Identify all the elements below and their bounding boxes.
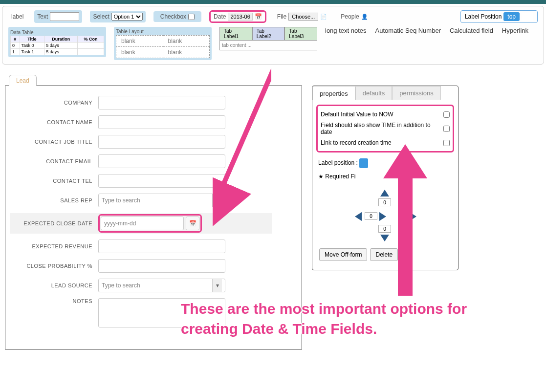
- label-position-text: Label Position: [465, 13, 502, 20]
- dropdown-icon[interactable]: ▾: [212, 279, 222, 292]
- required-field-row[interactable]: ★ Required Fi: [316, 173, 454, 180]
- tool-date[interactable]: Date 2013-06 📅: [209, 10, 266, 23]
- tool-label[interactable]: label: [8, 11, 26, 22]
- input-lead-source[interactable]: Type to search▾: [98, 279, 225, 292]
- opt-now-checkbox[interactable]: [443, 111, 450, 118]
- label-contact-email: CONTACT EMAIL: [10, 158, 98, 164]
- label-company: COMPANY: [10, 100, 98, 106]
- arrow-right-in[interactable]: [379, 212, 386, 221]
- input-contact-tel[interactable]: [98, 174, 225, 188]
- label-contact-job: CONTACT JOB TITLE: [10, 139, 98, 145]
- tool-long-text[interactable]: long text notes: [325, 27, 367, 34]
- tab-label-3[interactable]: Tab Label3: [284, 27, 317, 40]
- input-company[interactable]: [98, 96, 225, 109]
- tool-checkbox[interactable]: Checkbox: [153, 11, 201, 22]
- move-off-form-button[interactable]: Move Off-form: [319, 248, 367, 261]
- tab-label-1[interactable]: Tab Label1: [219, 27, 252, 40]
- opt-link-checkbox[interactable]: [443, 140, 450, 146]
- tool-tabs[interactable]: Tab Label1 Tab Label2 Tab Label3 tab con…: [219, 27, 317, 50]
- label-lead-source: LEAD SOURCE: [10, 283, 98, 288]
- label-contact-name: CONTACT NAME: [10, 119, 98, 125]
- input-expected-close[interactable]: yyyy-mm-dd: [101, 217, 184, 230]
- tab-label-2[interactable]: Tab Label2: [252, 27, 285, 40]
- tool-hyperlink[interactable]: Hyperlink: [502, 27, 528, 34]
- date-field-highlight: yyyy-mm-dd 📅: [98, 214, 202, 233]
- person-icon: 👤: [361, 14, 368, 20]
- tool-select[interactable]: Select Option 1: [90, 11, 145, 22]
- label-position-control[interactable]: Label Position top: [460, 10, 538, 23]
- dropdown-icon[interactable]: ▾: [212, 194, 222, 207]
- arrow-left-out[interactable]: [355, 212, 362, 221]
- tab-permissions[interactable]: permissions: [392, 86, 440, 100]
- label-expected-rev: EXPECTED REVENUE: [10, 243, 98, 249]
- calendar-icon: 📅: [255, 13, 262, 20]
- tab-content: tab content ...: [219, 40, 317, 50]
- opt-link-label: Link to record creation time: [321, 139, 392, 146]
- label-position-value[interactable]: top: [503, 12, 520, 21]
- arrow-right-out[interactable]: [410, 212, 416, 221]
- arrow-up[interactable]: [380, 190, 389, 196]
- tool-file[interactable]: File Choose... 📄: [274, 11, 330, 22]
- label-expected-close: EXPECTED CLOSE DATE: [10, 220, 98, 226]
- input-contact-name[interactable]: [98, 115, 225, 129]
- properties-panel: properties defaults permissions Default …: [312, 86, 459, 270]
- input-contact-job[interactable]: [98, 135, 225, 149]
- tool-select-dropdown[interactable]: Option 1: [111, 13, 143, 21]
- input-close-prob[interactable]: [98, 259, 225, 273]
- app-topbar: [0, 0, 546, 4]
- opt-time-checkbox[interactable]: [443, 126, 450, 132]
- pad-value-bottom[interactable]: 0: [378, 225, 391, 233]
- label-position-input[interactable]: [522, 13, 533, 21]
- toolbox-panel: label Text Select Option 1 Checkbox Date…: [2, 6, 544, 65]
- data-table-label: Data Table: [10, 30, 34, 35]
- calendar-button[interactable]: 📅: [186, 217, 199, 230]
- table-layout-label: Table Layout: [116, 29, 210, 34]
- label-sales-rep: SALES REP: [10, 197, 98, 203]
- calendar-icon: 📅: [189, 220, 197, 227]
- tool-text-input[interactable]: [50, 12, 79, 21]
- tool-people[interactable]: People👤: [338, 11, 371, 22]
- file-icon: 📄: [320, 14, 327, 20]
- tool-data-table[interactable]: Data Table #TitleDuration% Con 0Task 05 …: [8, 27, 106, 57]
- position-pad: 0 0 0: [351, 190, 419, 243]
- tool-calculated[interactable]: Calculated field: [450, 27, 493, 34]
- lead-tab[interactable]: Lead: [9, 75, 37, 86]
- tool-file-btn[interactable]: Choose...: [288, 13, 318, 21]
- label-position-btn[interactable]: [359, 158, 368, 168]
- arrow-left-in[interactable]: [400, 212, 407, 221]
- arrow-down[interactable]: [380, 235, 389, 241]
- pad-value-top[interactable]: 0: [378, 198, 391, 206]
- tool-table-layout[interactable]: Table Layout blankblank blankblank: [114, 27, 212, 60]
- pad-value-left[interactable]: 0: [365, 212, 377, 220]
- input-expected-rev[interactable]: [98, 240, 225, 253]
- delete-button[interactable]: Delete: [370, 248, 398, 261]
- tool-text[interactable]: Text: [34, 10, 82, 23]
- label-contact-tel: CONTACT TEL: [10, 178, 98, 184]
- label-notes: NOTES: [10, 298, 98, 304]
- tool-date-value: 2013-06: [228, 13, 252, 21]
- input-contact-email[interactable]: [98, 154, 225, 168]
- annotation-text: These are the most important options for…: [181, 299, 523, 339]
- input-sales-rep[interactable]: Type to search▾: [98, 194, 225, 207]
- tab-properties[interactable]: properties: [312, 87, 355, 100]
- label-close-prob: CLOSE PROBABILITY %: [10, 263, 98, 269]
- tab-defaults[interactable]: defaults: [355, 86, 393, 100]
- label-position-prop: Label position :: [318, 159, 358, 166]
- mini-data-table: #TitleDuration% Con 0Task 05 days 1Task …: [10, 36, 104, 55]
- tool-seq-number[interactable]: Automatic Seq Number: [375, 27, 441, 34]
- opt-time-label: Field should also show TIME in addition …: [321, 122, 443, 135]
- tool-checkbox-box[interactable]: [188, 14, 195, 20]
- options-highlight: Default Initial Value to NOW Field shoul…: [316, 105, 454, 152]
- opt-now-label: Default Initial Value to NOW: [321, 111, 393, 118]
